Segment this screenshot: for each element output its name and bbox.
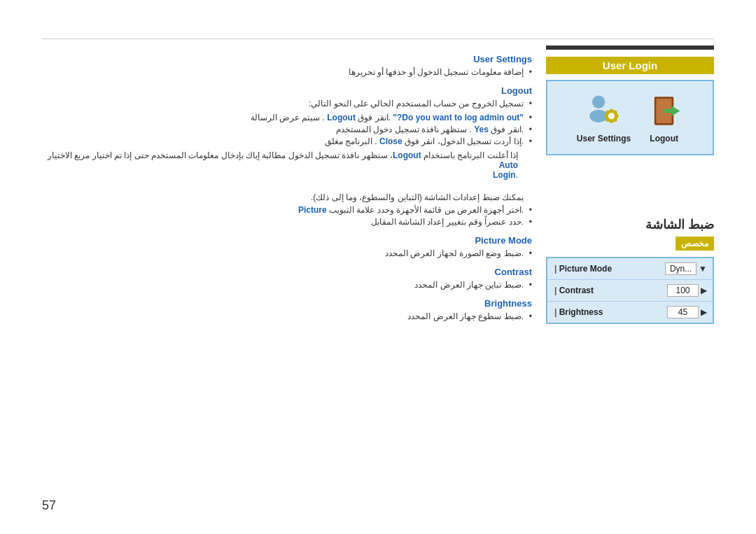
svg-marker-15 bbox=[672, 106, 680, 116]
close-suffix: . البرنامج مغلق bbox=[325, 136, 377, 146]
display-bullets: .اختر أجهزة العرض من قائمة الأجهزة وحدد … bbox=[42, 205, 532, 227]
do-you-want-text: .انقر فوق bbox=[356, 113, 391, 122]
auto-inline: Auto bbox=[499, 160, 518, 170]
yes-text: .انقر فوق bbox=[489, 125, 524, 134]
contrast-label: Contrast bbox=[553, 286, 667, 295]
contrast-bullet: .ضبط تباين جهاز العرض المحدد bbox=[42, 280, 532, 290]
contrast-bullets: .ضبط تباين جهاز العرض المحدد bbox=[42, 280, 532, 290]
login-link: Login bbox=[493, 170, 516, 180]
contrast-arrow[interactable]: ▶ bbox=[701, 286, 707, 295]
user-login-box: User Settings Logout bbox=[546, 80, 714, 155]
picture-mode-bullets: .ضبط وضع الصورة لجهاز العرض المحدد bbox=[42, 248, 532, 258]
display-title-arabic: ضبط الشاشة bbox=[645, 218, 714, 232]
picture-mode-label: Picture Mode bbox=[553, 264, 665, 274]
top-divider bbox=[42, 38, 714, 39]
logout-bullets: تسجيل الخروج من حساب المستخدم الحالي على… bbox=[42, 99, 532, 108]
display-bullet-1: .اختر أجهزة العرض من قائمة الأجهزة وحدد … bbox=[42, 205, 532, 215]
user-login-panel: User Login User Settings bbox=[546, 45, 714, 155]
contrast-link: Contrast bbox=[495, 267, 532, 277]
svg-rect-7 bbox=[616, 115, 619, 118]
logout-icon bbox=[645, 92, 683, 130]
contrast-heading: Contrast bbox=[42, 267, 532, 277]
display-settings-box: Picture Mode Dyn... ▼ Contrast 100 ▶ Bri… bbox=[546, 257, 714, 324]
brightness-value: 45 bbox=[667, 306, 699, 318]
logout-label: Logout bbox=[650, 134, 678, 143]
yes-suffix: . ستظهر نافذة تسجيل دخول المستخدم bbox=[336, 125, 472, 134]
svg-point-3 bbox=[608, 113, 615, 119]
user-settings-link[interactable]: User Settings bbox=[473, 54, 532, 64]
picture-mode-value: Dyn... bbox=[665, 262, 696, 275]
auto-login-note: إذا أعلنت البرنامج باستخدام Logout، ستظه… bbox=[42, 150, 532, 180]
do-you-want-suffix: . سيتم عرض الرسالة bbox=[251, 113, 325, 122]
brightness-bullets: .ضبط سطوع جهاز العرض المحدد bbox=[42, 311, 532, 321]
user-settings-bullet-1: إضافة معلومات تسجيل الدخول أو حذفها أو ت… bbox=[42, 67, 532, 77]
brightness-heading: Brightness bbox=[42, 298, 532, 309]
user-login-title: User Login bbox=[546, 57, 714, 74]
picture-mode-bullet: .ضبط وضع الصورة لجهاز العرض المحدد bbox=[42, 248, 532, 258]
display-intro: يمكنك ضبط إعدادات الشاشة (التباين والسطو… bbox=[42, 192, 532, 202]
user-settings-heading: User Settings bbox=[42, 54, 532, 64]
do-you-want-bullets: "Do you want to log admin out?" .انقر فو… bbox=[42, 113, 532, 146]
display-section: يمكنك ضبط إعدادات الشاشة (التباين والسطو… bbox=[42, 192, 532, 321]
close-link: Close bbox=[379, 136, 402, 146]
logout-text-link: Logout bbox=[327, 113, 356, 122]
svg-point-0 bbox=[592, 96, 605, 108]
brightness-arrow[interactable]: ▶ bbox=[701, 307, 707, 317]
login-suffix: .Login bbox=[493, 170, 518, 180]
picture-mode-link: Picture Mode bbox=[475, 235, 532, 246]
user-settings-block[interactable]: User Settings bbox=[577, 92, 631, 143]
close-bullet: .إذا أردت تسجيل الدخول، انقر فوق Close .… bbox=[42, 136, 532, 146]
logout-block[interactable]: Logout bbox=[645, 92, 683, 143]
picture-mode-heading: Picture Mode bbox=[42, 235, 532, 246]
picture-link: Picture bbox=[298, 205, 327, 215]
picture-mode-row: Picture Mode Dyn... ▼ bbox=[547, 258, 713, 280]
main-content: User Settings إضافة معلومات تسجيل الدخول… bbox=[42, 45, 532, 325]
user-settings-bullets: إضافة معلومات تسجيل الدخول أو حذفها أو ت… bbox=[42, 67, 532, 77]
brightness-bullet: .ضبط سطوع جهاز العرض المحدد bbox=[42, 311, 532, 321]
logout-heading: Logout bbox=[42, 85, 532, 96]
svg-rect-6 bbox=[604, 115, 607, 118]
brightness-link: Brightness bbox=[484, 298, 532, 309]
do-you-want-bullet: "Do you want to log admin out?" .انقر فو… bbox=[42, 113, 532, 122]
do-you-want-link: "Do you want to log admin out?" bbox=[393, 113, 524, 122]
contrast-row: Contrast 100 ▶ bbox=[547, 280, 713, 302]
contrast-value: 100 bbox=[667, 284, 699, 297]
picture-mode-dropdown[interactable]: ▼ bbox=[699, 264, 707, 274]
user-settings-icon bbox=[584, 92, 623, 130]
user-settings-label: User Settings bbox=[577, 134, 631, 143]
logout-link[interactable]: Logout bbox=[501, 85, 532, 96]
logout-bullet-1: تسجيل الخروج من حساب المستخدم الحالي على… bbox=[42, 99, 532, 108]
display-settings-panel: ضبط الشاشة مخصص Picture Mode Dyn... ▼ Co… bbox=[546, 217, 714, 324]
svg-rect-4 bbox=[610, 109, 613, 112]
close-text: .إذا أردت تسجيل الدخول، انقر فوق bbox=[402, 136, 524, 146]
customized-badge: مخصص bbox=[676, 237, 714, 251]
panel-top-bar bbox=[546, 45, 714, 50]
svg-rect-5 bbox=[610, 120, 613, 123]
display-bullet-2: .حدد عنصراً وقم بتغيير إعداد الشاشة المق… bbox=[42, 217, 532, 227]
yes-link: Yes bbox=[474, 125, 489, 134]
brightness-label: Brightness bbox=[553, 307, 667, 317]
yes-bullet: .انقر فوق Yes . ستظهر نافذة تسجيل دخول ا… bbox=[42, 125, 532, 134]
brightness-row: Brightness 45 ▶ bbox=[547, 302, 713, 323]
svg-rect-16 bbox=[664, 109, 673, 113]
logout-inline: Logout bbox=[393, 150, 421, 160]
page-number: 57 bbox=[42, 498, 56, 513]
